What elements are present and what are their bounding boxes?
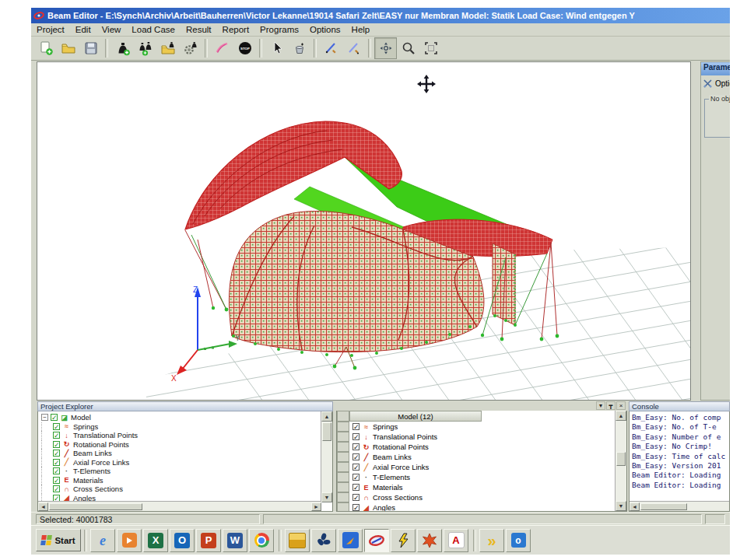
taskbar-toolbox[interactable] — [285, 529, 310, 552]
parameter-panel-header[interactable]: Parameter — [701, 62, 730, 75]
options-row[interactable]: Options — [701, 75, 730, 91]
title-bar[interactable]: Beam Editor - E:\Synch\Archiv\Arbeit\Bau… — [31, 8, 730, 23]
checkbox[interactable]: ✓ — [53, 441, 60, 448]
menu-load-case[interactable]: Load Case — [126, 25, 181, 34]
taskbar-outlook-alt[interactable]: o — [506, 529, 531, 552]
draw-membrane-button[interactable] — [211, 37, 233, 59]
scroll-up-icon[interactable]: ▲ — [321, 411, 332, 422]
open-model-button[interactable] — [57, 37, 79, 59]
zoom-extents-button[interactable] — [419, 37, 442, 59]
taskbar-powerpoint[interactable]: P — [196, 529, 221, 552]
viewport-3d[interactable]: Z Y X — [37, 61, 691, 401]
add-load-button[interactable] — [111, 37, 134, 59]
taskbar-internet-explorer[interactable]: e — [90, 529, 115, 552]
tree-row-translational-points[interactable]: ✓↓Translational Points — [41, 431, 332, 440]
model-row-angles[interactable]: ✓◢Angles — [337, 502, 626, 512]
add-load-group-button[interactable] — [134, 37, 156, 59]
model-column-header[interactable]: Model (12) — [349, 411, 482, 422]
start-button[interactable]: Start — [36, 529, 81, 551]
save-model-button[interactable] — [79, 37, 102, 59]
project-explorer-vscroll[interactable]: ▲ ▼ — [321, 411, 332, 502]
select-button[interactable] — [265, 37, 288, 59]
checkbox[interactable]: ✓ — [53, 459, 60, 466]
checkbox[interactable]: ✓ — [352, 423, 359, 430]
tree-row-beam-links[interactable]: ✓╱Beam Links — [41, 449, 332, 458]
open-load-button[interactable] — [156, 37, 179, 59]
console-header[interactable]: Console — [629, 401, 730, 411]
checkbox[interactable]: ✓ — [53, 485, 60, 492]
scroll-thumb[interactable] — [640, 503, 687, 510]
project-explorer-body[interactable]: − ✓ ◪ Model ✓≈Springs ✓↓Translational Po… — [37, 411, 333, 512]
model-row-translational-points[interactable]: ✓↓Translational Points — [337, 432, 626, 442]
checkbox[interactable]: ✓ — [53, 477, 60, 484]
taskbar-fan[interactable] — [311, 529, 336, 552]
tree-row-materials[interactable]: ✓EMaterials — [41, 476, 332, 485]
menu-result[interactable]: Result — [181, 25, 217, 34]
close-icon[interactable]: × — [616, 401, 626, 410]
scroll-down-icon[interactable]: ▼ — [615, 501, 626, 511]
checkbox[interactable]: ✓ — [53, 450, 60, 457]
checkbox[interactable]: ✓ — [352, 494, 359, 501]
pin-icon[interactable]: ┳ — [606, 401, 615, 410]
model-row-materials[interactable]: ✓EMaterials — [337, 482, 626, 492]
load-settings-button[interactable] — [179, 37, 202, 59]
taskbar-forward-arrows[interactable]: » — [479, 529, 504, 552]
checkbox[interactable]: ✓ — [352, 433, 359, 440]
model-row-axial-force-links[interactable]: ✓╱Axial Force Links — [337, 462, 626, 472]
checkbox[interactable]: ✓ — [53, 467, 60, 474]
menu-options[interactable]: Options — [304, 25, 346, 34]
menu-help[interactable]: Help — [346, 25, 376, 34]
checkbox[interactable]: ✓ — [352, 453, 359, 460]
checkbox[interactable]: ✓ — [352, 443, 359, 450]
console-hscroll[interactable]: ◄ — [630, 501, 729, 511]
taskbar-word[interactable]: W — [223, 529, 247, 552]
draw-link-button[interactable] — [342, 37, 365, 59]
taskbar-outlook[interactable]: O — [170, 529, 195, 552]
model-row-rotational-points[interactable]: ✓↻Rotational Points — [337, 442, 626, 452]
project-explorer-header[interactable]: Project Explorer — [37, 401, 333, 411]
scroll-thumb[interactable] — [322, 422, 331, 441]
menu-edit[interactable]: Edit — [70, 25, 96, 34]
checkbox[interactable]: ✓ — [53, 432, 60, 439]
scroll-thumb[interactable] — [49, 503, 142, 510]
model-panel-vscroll[interactable]: ▲ ▼ — [615, 411, 626, 511]
taskbar-chrome[interactable] — [249, 529, 274, 552]
checkbox[interactable]: ✓ — [352, 504, 359, 511]
scroll-left-icon[interactable]: ◄ — [38, 502, 48, 511]
tree-row-springs[interactable]: ✓≈Springs — [41, 422, 332, 432]
new-model-button[interactable] — [34, 37, 57, 59]
taskbar-media-player[interactable] — [117, 529, 142, 552]
checkbox-model[interactable]: ✓ — [51, 414, 58, 421]
scroll-thumb[interactable] — [616, 452, 626, 466]
menu-report[interactable]: Report — [217, 25, 255, 34]
tree-row-model[interactable]: − ✓ ◪ Model — [41, 413, 332, 422]
model-row-beam-links[interactable]: ✓╱Beam Links — [337, 452, 626, 462]
taskbar-lightning[interactable] — [391, 529, 416, 552]
draw-beam-button[interactable] — [320, 37, 342, 59]
checkbox[interactable]: ✓ — [53, 423, 60, 430]
checkbox[interactable]: ✓ — [352, 484, 359, 491]
tree-row-cross-sections[interactable]: ✓∩Cross Sections — [41, 485, 332, 494]
orbit-view-button[interactable] — [374, 37, 397, 59]
panel-menu-icon[interactable]: ▾ — [596, 401, 605, 410]
menu-view[interactable]: View — [96, 25, 127, 34]
taskbar-beam-editor[interactable] — [364, 529, 389, 552]
model-row-cross-sections[interactable]: ✓∩Cross Sections — [337, 492, 626, 502]
menu-programs[interactable]: Programs — [254, 25, 304, 34]
stop-calculation-button[interactable]: STOP — [233, 37, 256, 59]
tree-expander[interactable]: − — [41, 414, 48, 421]
model-row-t-elements[interactable]: ✓·T-Elements — [337, 472, 626, 482]
delete-bucket-button[interactable] — [288, 37, 310, 59]
checkbox[interactable]: ✓ — [352, 464, 359, 471]
taskbar-starburst[interactable] — [417, 529, 442, 552]
model-panel-body[interactable]: Model (12) ✓≈Springs ✓↓Translational Poi… — [336, 411, 627, 512]
scroll-right-icon[interactable]: ► — [311, 502, 321, 511]
taskbar-acrobat[interactable]: A — [444, 529, 468, 552]
taskbar-navigator[interactable] — [338, 529, 363, 552]
scroll-up-icon[interactable]: ▲ — [615, 411, 626, 421]
tree-row-axial-force-links[interactable]: ✓╱Axial Force Links — [41, 458, 332, 467]
console-body[interactable]: Bm_Easy: No. of comp Bm_Easy: No. of T-e… — [629, 411, 730, 512]
scroll-down-icon[interactable]: ▼ — [321, 492, 332, 502]
model-row-springs[interactable]: ✓≈Springs — [337, 422, 626, 432]
checkbox[interactable]: ✓ — [352, 474, 359, 481]
